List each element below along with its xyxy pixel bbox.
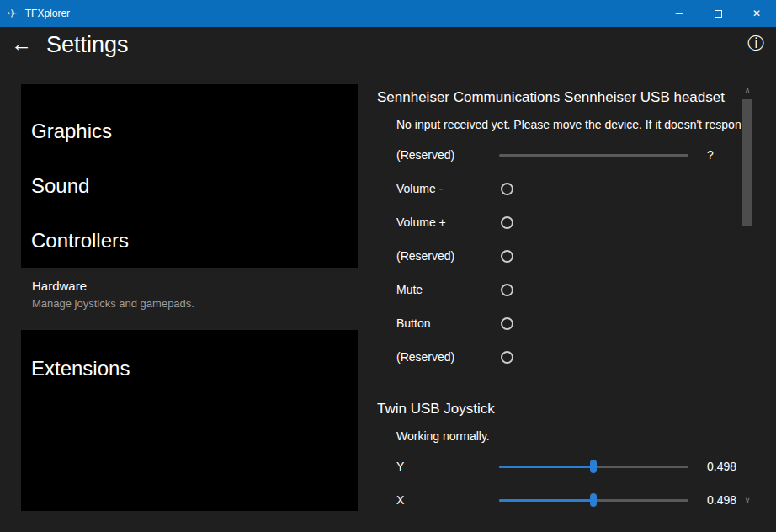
- control-label: (Reserved): [396, 249, 499, 263]
- control-row: (Reserved): [377, 340, 741, 374]
- settings-nav: Graphics Sound Controllers Hardware Mana…: [21, 84, 358, 511]
- control-row: (Reserved) ?: [377, 138, 741, 172]
- slider-thumb[interactable]: [590, 493, 597, 507]
- slider-track: [499, 154, 688, 157]
- control-value: 0.498: [707, 460, 736, 473]
- control-row: Volume -: [377, 172, 741, 205]
- titlebar: ✈ TFXplorer ─ ✕: [0, 0, 776, 27]
- control-row: Mute: [377, 273, 741, 306]
- control-row: Button: [377, 306, 741, 340]
- axis-slider[interactable]: [499, 460, 688, 473]
- nav-group-extensions: Extensions: [21, 330, 358, 511]
- close-icon: ✕: [752, 8, 761, 19]
- back-icon: ←: [11, 32, 32, 56]
- device-controls: Y 0.498 X 0.498: [377, 450, 741, 517]
- button-state-indicator[interactable]: [501, 351, 513, 364]
- sidebar-item-hardware[interactable]: Hardware Manage joysticks and gamepads.: [21, 268, 358, 330]
- sidebar-item-sound[interactable]: Sound: [21, 159, 358, 214]
- control-label: Mute: [396, 283, 499, 296]
- hardware-item-title: Hardware: [32, 279, 358, 293]
- control-label: Y: [396, 460, 499, 473]
- device-heading: Twin USB Joystick: [377, 401, 741, 418]
- app-icon: ✈: [8, 8, 18, 19]
- minimize-button[interactable]: ─: [660, 0, 699, 27]
- control-label: (Reserved): [396, 350, 499, 364]
- device-heading: Sennheiser Communications Sennheiser USB…: [377, 89, 741, 106]
- device-status: Working normally.: [396, 429, 741, 443]
- device-status: No input received yet. Please move the d…: [396, 118, 741, 131]
- control-label: Volume +: [396, 215, 499, 229]
- control-label: Button: [396, 317, 499, 330]
- scroll-down-icon[interactable]: ∨: [741, 494, 753, 506]
- slider-fill: [499, 466, 593, 468]
- button-state-indicator[interactable]: [501, 216, 513, 229]
- button-state-indicator[interactable]: [501, 317, 513, 330]
- axis-slider[interactable]: [499, 148, 688, 162]
- hardware-devices-panel: Sennheiser Communications Sennheiser USB…: [377, 84, 741, 517]
- control-value: 0.498: [707, 493, 736, 507]
- hardware-item-subtitle: Manage joysticks and gamepads.: [32, 297, 358, 310]
- sidebar-item-graphics[interactable]: Graphics: [21, 104, 358, 159]
- page-title: Settings: [46, 32, 129, 58]
- control-value: ?: [707, 148, 714, 162]
- button-state-indicator[interactable]: [501, 284, 513, 296]
- sidebar-item-controllers[interactable]: Controllers: [21, 213, 358, 268]
- back-button[interactable]: ←: [11, 34, 32, 55]
- close-button[interactable]: ✕: [737, 0, 776, 27]
- button-state-indicator[interactable]: [501, 250, 513, 263]
- window-controls: ─ ✕: [660, 0, 776, 27]
- slider-fill: [499, 499, 593, 502]
- info-icon: ⓘ: [747, 34, 764, 52]
- nav-group-main: Graphics Sound Controllers: [21, 84, 358, 268]
- info-button[interactable]: ⓘ: [747, 35, 764, 51]
- axis-slider[interactable]: [499, 493, 688, 507]
- maximize-button[interactable]: [699, 0, 737, 27]
- minimize-icon: ─: [676, 8, 683, 19]
- scrollbar: ∧ ∨: [741, 84, 753, 513]
- scroll-up-icon[interactable]: ∧: [741, 84, 753, 96]
- control-label: Volume -: [396, 182, 499, 195]
- slider-thumb[interactable]: [590, 460, 597, 473]
- maximize-icon: [715, 10, 722, 18]
- control-row: Y 0.498: [377, 450, 741, 483]
- device-controls: (Reserved) ? Volume - Volume + (Reserved…: [377, 138, 741, 374]
- scrollbar-thumb[interactable]: [742, 99, 752, 226]
- sidebar-item-extensions[interactable]: Extensions: [21, 352, 358, 386]
- control-row: X 0.498: [377, 483, 741, 517]
- control-label: (Reserved): [396, 148, 499, 162]
- app-title: TFXplorer: [25, 8, 70, 19]
- control-row: (Reserved): [377, 239, 741, 273]
- control-label: X: [396, 493, 499, 507]
- button-state-indicator[interactable]: [501, 183, 513, 195]
- control-row: Volume +: [377, 205, 741, 239]
